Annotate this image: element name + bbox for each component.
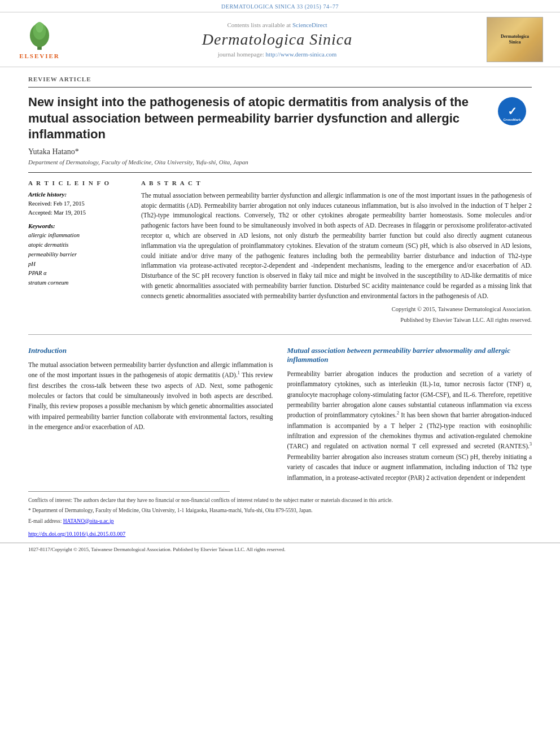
journal-cover-title: DermatologicaSinica xyxy=(501,34,529,45)
copyright-line2: Published by Elsevier Taiwan LLC. All ri… xyxy=(141,317,532,323)
abstract-panel: A B S T R A C T The mutual association b… xyxy=(141,180,532,323)
journal-title-block: Contents lists available at ScienceDirec… xyxy=(73,21,481,58)
journal-cover: DermatologicaSinica xyxy=(487,17,549,62)
doi-line: http://dx.doi.org/10.1016/j.dsi.2015.03.… xyxy=(28,531,532,537)
journal-title: Dermatologica Sinica xyxy=(73,30,481,49)
svg-text:CrossMark: CrossMark xyxy=(503,118,521,121)
doi-link[interactable]: http://dx.doi.org/10.1016/j.dsi.2015.03.… xyxy=(28,531,125,537)
body-columns: Introduction The mutual association betw… xyxy=(28,346,532,483)
keywords-list: allergic inflammation atopic dermatitis … xyxy=(28,231,130,288)
authors: Yutaka Hatano* xyxy=(28,147,532,156)
article-title: New insight into the pathogenesis of ato… xyxy=(28,94,532,143)
abstract-heading: A B S T R A C T xyxy=(141,180,532,186)
sciencedirect-anchor[interactable]: ScienceDirect xyxy=(292,21,327,28)
copyright-line1: Copyright © 2015, Taiwanese Dermatologic… xyxy=(141,306,532,312)
article-info-heading: A R T I C L E I N F O xyxy=(28,180,130,186)
introduction-heading: Introduction xyxy=(28,346,273,355)
footnotes: Conflicts of interest: The authors decla… xyxy=(28,496,532,525)
elsevier-tree-icon xyxy=(23,20,56,51)
article-type-label: REVIEW ARTICLE xyxy=(28,67,532,88)
mutual-association-column: Mutual association between permeability … xyxy=(287,346,532,483)
journal-header: ELSEVIER Contents lists available at Sci… xyxy=(0,12,560,67)
info-abstract-section: A R T I C L E I N F O Article history: R… xyxy=(28,172,532,323)
sciencedirect-link[interactable]: Contents lists available at ScienceDirec… xyxy=(73,21,481,28)
email-footnote: E-mail address: HATANO@oita-u.ac.jp xyxy=(28,517,532,525)
article-info-panel: A R T I C L E I N F O Article history: R… xyxy=(28,180,130,323)
introduction-text: The mutual association between permeabil… xyxy=(28,360,273,433)
content-area: REVIEW ARTICLE New insight into the path… xyxy=(0,67,560,537)
keywords-section: Keywords: allergic inflammation atopic d… xyxy=(28,222,130,288)
crossmark-badge: ✓ CrossMark xyxy=(498,97,532,128)
homepage-link[interactable]: http://www.derm-sinica.com xyxy=(266,51,337,58)
page-footer: 1027-8117/Copyright © 2015, Taiwanese De… xyxy=(0,543,560,556)
svg-text:✓: ✓ xyxy=(508,105,517,117)
email-link[interactable]: HATANO@oita-u.ac.jp xyxy=(63,518,114,524)
journal-reference: DERMATOLOGICA SINICA 33 (2015) 74–77 xyxy=(0,0,560,12)
introduction-column: Introduction The mutual association betw… xyxy=(28,346,273,483)
affiliation: Department of Dermatology, Faculty of Me… xyxy=(28,159,532,165)
mutual-association-text: Permeability barrier abrogation induces … xyxy=(287,369,532,483)
abstract-text: The mutual association between permeabil… xyxy=(141,191,532,302)
journal-homepage: journal homepage: http://www.derm-sinica… xyxy=(73,51,481,58)
svg-point-3 xyxy=(36,21,43,32)
publisher-logo: ELSEVIER xyxy=(11,20,68,59)
mutual-association-heading: Mutual association between permeability … xyxy=(287,346,532,364)
section-divider xyxy=(28,334,532,335)
department-footnote: * Department of Dermatology, Faculty of … xyxy=(28,506,532,514)
conflict-footnote: Conflicts of interest: The authors decla… xyxy=(28,496,532,504)
footnote-divider xyxy=(28,491,230,492)
article-history: Article history: Received: Feb 17, 2015 … xyxy=(28,191,130,217)
crossmark-icon: ✓ CrossMark xyxy=(498,97,526,125)
